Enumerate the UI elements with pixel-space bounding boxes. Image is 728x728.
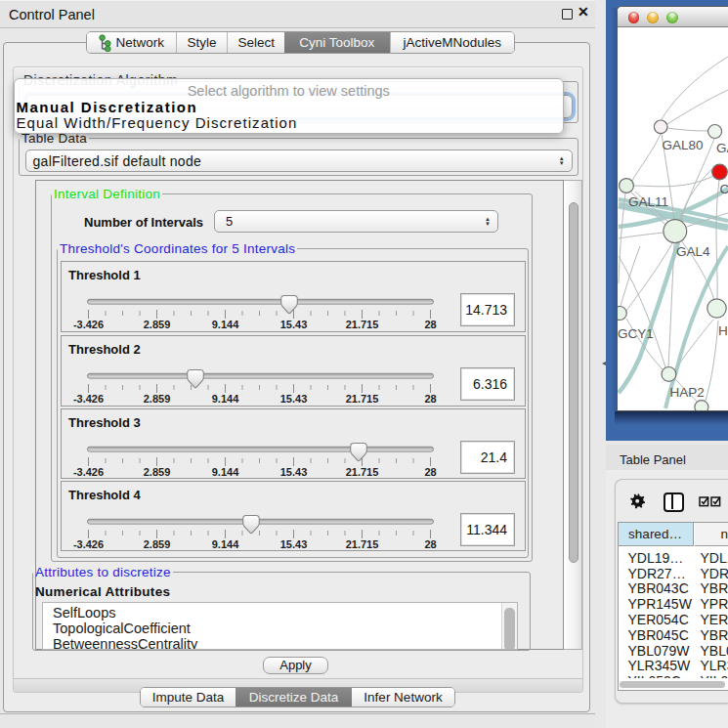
svg-text:GAL80: GAL80 (663, 138, 704, 152)
svg-text:GAL4: GAL4 (676, 244, 710, 259)
svg-text:HAP2: HAP2 (670, 385, 705, 400)
svg-text:H: H (718, 323, 728, 338)
svg-text:GA: GA (716, 141, 728, 155)
svg-text:GAL11: GAL11 (628, 194, 668, 209)
svg-text:C: C (720, 182, 728, 196)
svg-text:GCY1: GCY1 (618, 326, 654, 341)
